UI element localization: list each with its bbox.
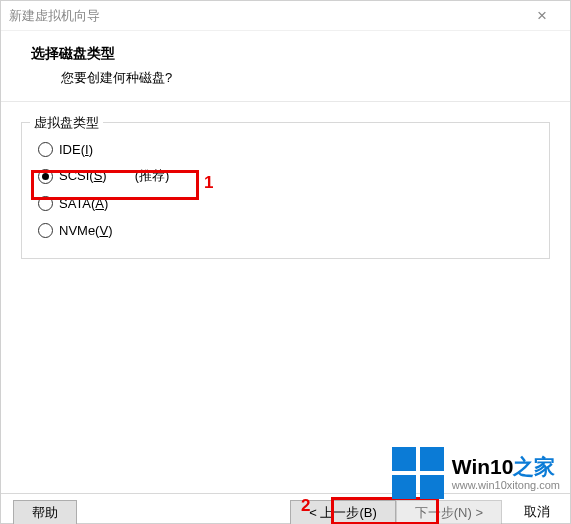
- page-subtitle: 您要创建何种磁盘?: [31, 69, 550, 87]
- close-icon[interactable]: ×: [522, 6, 562, 26]
- page-title: 选择磁盘类型: [31, 45, 550, 63]
- radio-nvme[interactable]: NVMe(V): [36, 217, 535, 243]
- group-legend: 虚拟盘类型: [30, 114, 103, 132]
- help-button[interactable]: 帮助: [13, 500, 77, 524]
- wizard-body: 虚拟盘类型 IDE(I) SCSI(S)(推荐) SATA(A) NVMe(V): [1, 102, 570, 259]
- radio-ide[interactable]: IDE(I): [36, 136, 535, 162]
- disk-type-group: 虚拟盘类型 IDE(I) SCSI(S)(推荐) SATA(A) NVMe(V): [21, 122, 550, 259]
- radio-sata[interactable]: SATA(A): [36, 190, 535, 216]
- radio-nvme-label: NVMe(V): [59, 223, 112, 238]
- windows-logo-icon: [392, 447, 444, 499]
- back-button[interactable]: < 上一步(B): [290, 500, 396, 524]
- radio-icon: [38, 196, 53, 211]
- radio-ide-label: IDE(I): [59, 142, 93, 157]
- next-button[interactable]: 下一步(N) >: [396, 500, 502, 524]
- radio-scsi[interactable]: SCSI(S)(推荐): [36, 163, 535, 189]
- watermark: Win10之家 www.win10xitong.com: [392, 447, 560, 499]
- wizard-window: 新建虚拟机向导 × 选择磁盘类型 您要创建何种磁盘? 虚拟盘类型 IDE(I) …: [0, 0, 571, 524]
- radio-icon: [38, 223, 53, 238]
- radio-sata-label: SATA(A): [59, 196, 108, 211]
- button-bar: 帮助 < 上一步(B) 下一步(N) > 取消: [1, 493, 570, 523]
- radio-scsi-label: SCSI(S)(推荐): [59, 167, 169, 185]
- wizard-header: 选择磁盘类型 您要创建何种磁盘?: [1, 31, 570, 102]
- watermark-text: Win10之家 www.win10xitong.com: [452, 455, 560, 490]
- cancel-button[interactable]: 取消: [516, 500, 558, 524]
- radio-icon: [38, 169, 53, 184]
- titlebar: 新建虚拟机向导 ×: [1, 1, 570, 31]
- window-title: 新建虚拟机向导: [9, 7, 522, 25]
- radio-icon: [38, 142, 53, 157]
